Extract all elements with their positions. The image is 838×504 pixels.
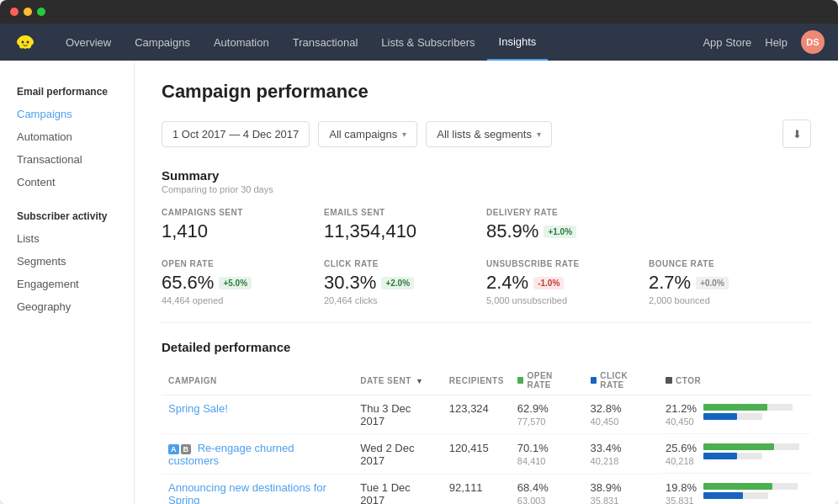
- summary-row1: CAMPAIGNS SENT 1,410 EMAILS SENT 11,354,…: [162, 208, 811, 242]
- th-open-rate: OPEN RATE: [511, 366, 584, 395]
- campaign-filter[interactable]: All campaigns ▾: [318, 121, 417, 147]
- open-rate-badge: +5.0%: [219, 277, 252, 289]
- bar-open-2: [703, 483, 772, 490]
- stat-bounce-rate: BOUNCE RATE 2.7% +0.0% 2,000 bounced: [649, 259, 811, 305]
- maximize-button[interactable]: [37, 8, 45, 16]
- td-date-0: Thu 3 Dec 2017: [353, 395, 443, 435]
- detailed-performance-title: Detailed performance: [162, 340, 811, 354]
- download-button[interactable]: ⬇: [782, 119, 811, 148]
- bar-click-1: [703, 453, 737, 459]
- nav-automation[interactable]: Automation: [202, 24, 281, 61]
- help-link[interactable]: Help: [765, 36, 788, 49]
- summary-title: Summary: [162, 168, 811, 183]
- minimize-button[interactable]: [24, 8, 32, 16]
- nav-right: App Store Help DS: [703, 30, 825, 54]
- date-range-filter[interactable]: 1 Oct 2017 — 4 Dec 2017: [162, 121, 310, 147]
- mini-bar-chart-0: [703, 404, 804, 420]
- click-rate-badge: +2.0%: [381, 277, 414, 289]
- td-campaign-2: Announcing new destinations for Spring: [162, 475, 353, 505]
- traffic-lights: [10, 8, 45, 16]
- sidebar-item-automation[interactable]: Automation: [0, 125, 134, 148]
- sidebar: Email performance Campaigns Automation T…: [0, 61, 135, 504]
- summary-subtitle: Comparing to prior 30 days: [162, 184, 811, 194]
- td-open-rate-2: 68.4% 63,003: [511, 475, 584, 505]
- main-content: Campaign performance 1 Oct 2017 — 4 Dec …: [135, 61, 838, 504]
- segment-filter[interactable]: All lists & segments ▾: [426, 121, 552, 147]
- sidebar-item-segments[interactable]: Segments: [0, 250, 134, 273]
- nav-items: Overview Campaigns Automation Transactio…: [54, 24, 703, 61]
- nav-campaigns[interactable]: Campaigns: [123, 24, 202, 61]
- avatar[interactable]: DS: [801, 30, 825, 54]
- th-ctor: CTOR: [659, 366, 811, 395]
- td-ctor-0: 21.2% 40,450: [659, 395, 811, 434]
- svg-point-1: [27, 41, 29, 44]
- stat-emails-sent: EMAILS SENT 11,354,410: [324, 208, 486, 242]
- sidebar-item-campaigns[interactable]: Campaigns: [0, 103, 134, 125]
- download-icon: ⬇: [793, 128, 802, 141]
- navigation: Overview Campaigns Automation Transactio…: [0, 24, 838, 61]
- th-date-sent[interactable]: DATE SENT ▼: [353, 366, 443, 395]
- title-bar: [0, 0, 838, 24]
- nav-transactional[interactable]: Transactional: [281, 24, 370, 61]
- bar-click-0: [703, 413, 737, 420]
- performance-table: CAMPAIGN DATE SENT ▼ RECIPIENTS OPEN RAT…: [162, 366, 811, 504]
- sidebar-item-lists[interactable]: Lists: [0, 227, 134, 250]
- chevron-down-icon: ▾: [402, 130, 406, 139]
- app-window: Overview Campaigns Automation Transactio…: [0, 0, 838, 504]
- bar-click-2: [703, 492, 743, 499]
- body: Email performance Campaigns Automation T…: [0, 61, 838, 504]
- td-recipients-2: 92,111: [443, 475, 511, 505]
- open-rate-icon: [517, 377, 524, 384]
- svg-point-0: [22, 41, 24, 44]
- stat-delivery-rate: DELIVERY RATE 85.9% +1.0%: [486, 208, 649, 242]
- th-click-rate: CLICK RATE: [584, 366, 659, 395]
- mini-bar-chart-1: [703, 443, 804, 459]
- td-date-2: Tue 1 Dec 2017: [353, 475, 443, 505]
- td-click-rate-0: 32.8% 40,450: [584, 395, 659, 435]
- stat-unsubscribe-rate: UNSUBSCRIBE RATE 2.4% -1.0% 5,000 unsubs…: [486, 259, 649, 305]
- stat-campaigns-sent: CAMPAIGNS SENT 1,410: [162, 208, 324, 242]
- sidebar-item-geography[interactable]: Geography: [0, 295, 134, 318]
- unsubscribe-rate-badge: -1.0%: [533, 277, 564, 289]
- td-recipients-0: 123,324: [443, 395, 511, 435]
- filters-row: 1 Oct 2017 — 4 Dec 2017 All campaigns ▾ …: [162, 119, 811, 148]
- td-ctor-1: 25.6% 40,218: [659, 435, 811, 474]
- th-campaign: CAMPAIGN: [162, 366, 353, 395]
- click-rate-icon: [591, 377, 597, 384]
- td-campaign-1: AB Re-engage churned customers: [162, 435, 353, 475]
- td-click-rate-1: 33.4% 40,218: [584, 435, 659, 475]
- td-click-rate-2: 38.9% 35,831: [584, 475, 659, 505]
- table-row: Spring Sale! Thu 3 Dec 2017 123,324 62.9…: [162, 395, 811, 435]
- table-row: Announcing new destinations for Spring T…: [162, 475, 811, 505]
- sidebar-item-content[interactable]: Content: [0, 171, 134, 194]
- ab-badge: AB: [168, 444, 191, 454]
- td-campaign-0: Spring Sale!: [162, 395, 353, 435]
- chevron-down-icon: ▾: [537, 130, 541, 139]
- delivery-rate-badge: +1.0%: [544, 225, 576, 238]
- mini-bar-chart-2: [703, 483, 804, 499]
- campaign-link-0[interactable]: Spring Sale!: [168, 402, 228, 415]
- summary-row2: OPEN RATE 65.6% +5.0% 44,464 opened CLIC…: [162, 259, 811, 305]
- nav-overview[interactable]: Overview: [54, 24, 123, 61]
- sidebar-item-transactional[interactable]: Transactional: [0, 148, 134, 171]
- sidebar-item-engagement[interactable]: Engagement: [0, 273, 134, 295]
- table-row: AB Re-engage churned customers Wed 2 Dec…: [162, 435, 811, 475]
- td-recipients-1: 120,415: [443, 435, 511, 475]
- stat-open-rate: OPEN RATE 65.6% +5.0% 44,464 opened: [162, 259, 324, 305]
- ctor-icon: [666, 377, 672, 384]
- td-open-rate-0: 62.9% 77,570: [511, 395, 584, 435]
- sidebar-section-email: Email performance: [0, 77, 134, 103]
- td-open-rate-1: 70.1% 84,410: [511, 435, 584, 475]
- app-store-link[interactable]: App Store: [703, 36, 751, 49]
- sidebar-section-subscriber: Subscriber activity: [0, 202, 134, 227]
- close-button[interactable]: [10, 8, 19, 16]
- sort-icon: ▼: [416, 377, 423, 385]
- page-title: Campaign performance: [162, 81, 811, 103]
- bar-open-0: [703, 404, 767, 411]
- stat-click-rate: CLICK RATE 30.3% +2.0% 20,464 clicks: [324, 259, 486, 305]
- campaign-link-2[interactable]: Announcing new destinations for Spring: [168, 481, 326, 504]
- nav-insights[interactable]: Insights: [487, 24, 549, 61]
- nav-lists[interactable]: Lists & Subscribers: [369, 24, 486, 61]
- th-recipients: RECIPIENTS: [443, 366, 511, 395]
- bounce-rate-badge: +0.0%: [696, 277, 729, 289]
